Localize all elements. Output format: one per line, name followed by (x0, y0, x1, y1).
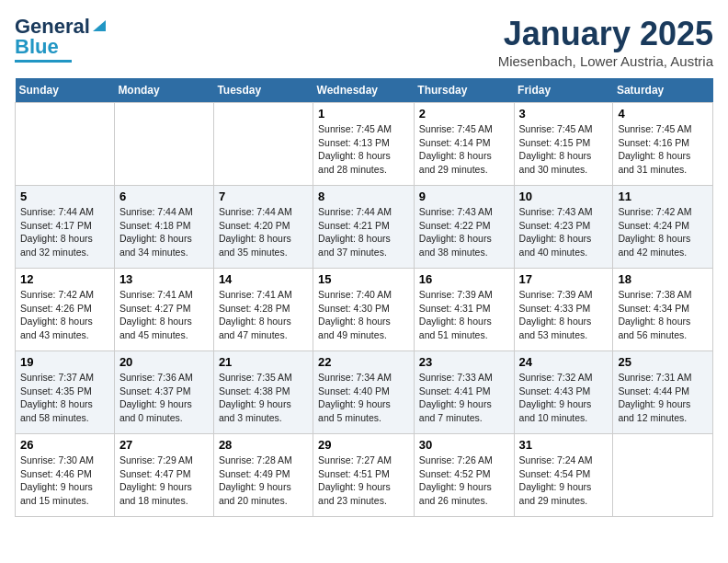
day-number: 15 (318, 272, 409, 286)
calendar-cell: 10Sunrise: 7:43 AMSunset: 4:23 PMDayligh… (514, 186, 613, 269)
day-info: Sunrise: 7:43 AMSunset: 4:22 PMDaylight:… (419, 205, 509, 259)
day-number: 14 (219, 272, 308, 286)
calendar-cell: 12Sunrise: 7:42 AMSunset: 4:26 PMDayligh… (16, 269, 115, 351)
day-number: 2 (419, 107, 509, 121)
day-info: Sunrise: 7:42 AMSunset: 4:24 PMDaylight:… (618, 205, 708, 259)
calendar-cell: 1Sunrise: 7:45 AMSunset: 4:13 PMDaylight… (313, 103, 415, 186)
day-info: Sunrise: 7:34 AMSunset: 4:40 PMDaylight:… (318, 371, 409, 425)
logo-triangle-icon (91, 17, 108, 33)
calendar-cell: 27Sunrise: 7:29 AMSunset: 4:47 PMDayligh… (114, 434, 213, 517)
calendar-cell: 9Sunrise: 7:43 AMSunset: 4:22 PMDaylight… (414, 186, 514, 269)
day-number: 21 (219, 355, 308, 369)
calendar-header-row: SundayMondayTuesdayWednesdayThursdayFrid… (16, 78, 713, 103)
day-number: 13 (119, 272, 209, 286)
calendar-cell: 31Sunrise: 7:24 AMSunset: 4:54 PMDayligh… (514, 434, 613, 517)
calendar-cell: 13Sunrise: 7:41 AMSunset: 4:27 PMDayligh… (114, 269, 213, 351)
day-number: 5 (20, 190, 109, 203)
day-info: Sunrise: 7:41 AMSunset: 4:27 PMDaylight:… (119, 288, 209, 342)
calendar-cell: 23Sunrise: 7:33 AMSunset: 4:41 PMDayligh… (414, 351, 514, 434)
weekday-header-monday: Monday (114, 78, 213, 103)
calendar-cell: 18Sunrise: 7:38 AMSunset: 4:34 PMDayligh… (613, 269, 713, 351)
day-number: 31 (519, 438, 609, 452)
day-info: Sunrise: 7:42 AMSunset: 4:26 PMDaylight:… (20, 288, 109, 342)
day-number: 8 (318, 190, 409, 203)
calendar-cell (213, 103, 313, 186)
calendar-cell: 29Sunrise: 7:27 AMSunset: 4:51 PMDayligh… (313, 434, 415, 517)
logo-underline (15, 60, 72, 63)
month-title: January 2025 (498, 15, 713, 53)
day-info: Sunrise: 7:41 AMSunset: 4:28 PMDaylight:… (219, 288, 308, 342)
day-info: Sunrise: 7:29 AMSunset: 4:47 PMDaylight:… (119, 454, 209, 508)
day-number: 22 (318, 355, 409, 369)
weekday-header-friday: Friday (514, 78, 613, 103)
calendar-cell: 6Sunrise: 7:44 AMSunset: 4:18 PMDaylight… (114, 186, 213, 269)
day-number: 12 (20, 272, 109, 286)
day-info: Sunrise: 7:45 AMSunset: 4:14 PMDaylight:… (419, 122, 509, 177)
calendar-cell: 14Sunrise: 7:41 AMSunset: 4:28 PMDayligh… (213, 269, 313, 351)
calendar-table: SundayMondayTuesdayWednesdayThursdayFrid… (15, 78, 713, 517)
day-number: 6 (119, 190, 209, 203)
calendar-cell: 8Sunrise: 7:44 AMSunset: 4:21 PMDaylight… (313, 186, 415, 269)
weekday-header-saturday: Saturday (613, 78, 713, 103)
calendar-cell (613, 434, 713, 517)
day-info: Sunrise: 7:44 AMSunset: 4:20 PMDaylight:… (219, 205, 308, 259)
day-number: 4 (618, 107, 708, 121)
day-number: 7 (219, 190, 308, 203)
day-info: Sunrise: 7:44 AMSunset: 4:17 PMDaylight:… (20, 205, 109, 259)
day-info: Sunrise: 7:39 AMSunset: 4:31 PMDaylight:… (419, 288, 509, 342)
weekday-header-tuesday: Tuesday (213, 78, 313, 103)
day-info: Sunrise: 7:45 AMSunset: 4:13 PMDaylight:… (318, 122, 409, 177)
svg-marker-0 (93, 20, 106, 31)
day-number: 29 (318, 438, 409, 452)
day-info: Sunrise: 7:45 AMSunset: 4:16 PMDaylight:… (618, 122, 708, 177)
calendar-cell: 25Sunrise: 7:31 AMSunset: 4:44 PMDayligh… (613, 351, 713, 434)
day-info: Sunrise: 7:37 AMSunset: 4:35 PMDaylight:… (20, 371, 109, 425)
day-number: 17 (519, 272, 609, 286)
day-number: 25 (618, 355, 708, 369)
calendar-cell: 19Sunrise: 7:37 AMSunset: 4:35 PMDayligh… (16, 351, 115, 434)
calendar-cell: 3Sunrise: 7:45 AMSunset: 4:15 PMDaylight… (514, 103, 613, 186)
title-block: January 2025 Miesenbach, Lower Austria, … (498, 15, 713, 69)
calendar-cell (16, 103, 115, 186)
calendar-cell: 5Sunrise: 7:44 AMSunset: 4:17 PMDaylight… (16, 186, 115, 269)
day-number: 28 (219, 438, 308, 452)
logo-blue: Blue (15, 35, 59, 59)
day-info: Sunrise: 7:33 AMSunset: 4:41 PMDaylight:… (419, 371, 509, 425)
calendar-cell: 2Sunrise: 7:45 AMSunset: 4:14 PMDaylight… (414, 103, 514, 186)
calendar-week-row: 1Sunrise: 7:45 AMSunset: 4:13 PMDaylight… (16, 103, 713, 186)
calendar-week-row: 12Sunrise: 7:42 AMSunset: 4:26 PMDayligh… (16, 269, 713, 351)
day-number: 20 (119, 355, 209, 369)
calendar-cell: 24Sunrise: 7:32 AMSunset: 4:43 PMDayligh… (514, 351, 613, 434)
calendar-cell: 4Sunrise: 7:45 AMSunset: 4:16 PMDaylight… (613, 103, 713, 186)
day-number: 27 (119, 438, 209, 452)
calendar-cell: 20Sunrise: 7:36 AMSunset: 4:37 PMDayligh… (114, 351, 213, 434)
calendar-week-row: 19Sunrise: 7:37 AMSunset: 4:35 PMDayligh… (16, 351, 713, 434)
day-info: Sunrise: 7:39 AMSunset: 4:33 PMDaylight:… (519, 288, 609, 342)
calendar-cell (114, 103, 213, 186)
calendar-cell: 15Sunrise: 7:40 AMSunset: 4:30 PMDayligh… (313, 269, 415, 351)
day-info: Sunrise: 7:35 AMSunset: 4:38 PMDaylight:… (219, 371, 308, 425)
calendar-cell: 26Sunrise: 7:30 AMSunset: 4:46 PMDayligh… (16, 434, 115, 517)
day-info: Sunrise: 7:38 AMSunset: 4:34 PMDaylight:… (618, 288, 708, 342)
day-number: 3 (519, 107, 609, 121)
day-info: Sunrise: 7:24 AMSunset: 4:54 PMDaylight:… (519, 454, 609, 508)
calendar-week-row: 5Sunrise: 7:44 AMSunset: 4:17 PMDaylight… (16, 186, 713, 269)
calendar-cell: 17Sunrise: 7:39 AMSunset: 4:33 PMDayligh… (514, 269, 613, 351)
day-info: Sunrise: 7:32 AMSunset: 4:43 PMDaylight:… (519, 371, 609, 425)
calendar-week-row: 26Sunrise: 7:30 AMSunset: 4:46 PMDayligh… (16, 434, 713, 517)
location-title: Miesenbach, Lower Austria, Austria (498, 53, 713, 69)
day-info: Sunrise: 7:26 AMSunset: 4:52 PMDaylight:… (419, 454, 509, 508)
day-number: 10 (519, 190, 609, 203)
day-number: 24 (519, 355, 609, 369)
day-info: Sunrise: 7:27 AMSunset: 4:51 PMDaylight:… (318, 454, 409, 508)
day-info: Sunrise: 7:30 AMSunset: 4:46 PMDaylight:… (20, 454, 109, 508)
day-number: 23 (419, 355, 509, 369)
day-number: 16 (419, 272, 509, 286)
day-number: 1 (318, 107, 409, 121)
weekday-header-sunday: Sunday (16, 78, 115, 103)
day-number: 18 (618, 272, 708, 286)
day-info: Sunrise: 7:28 AMSunset: 4:49 PMDaylight:… (219, 454, 308, 508)
day-number: 30 (419, 438, 509, 452)
day-number: 26 (20, 438, 109, 452)
logo: General Blue (15, 15, 108, 63)
